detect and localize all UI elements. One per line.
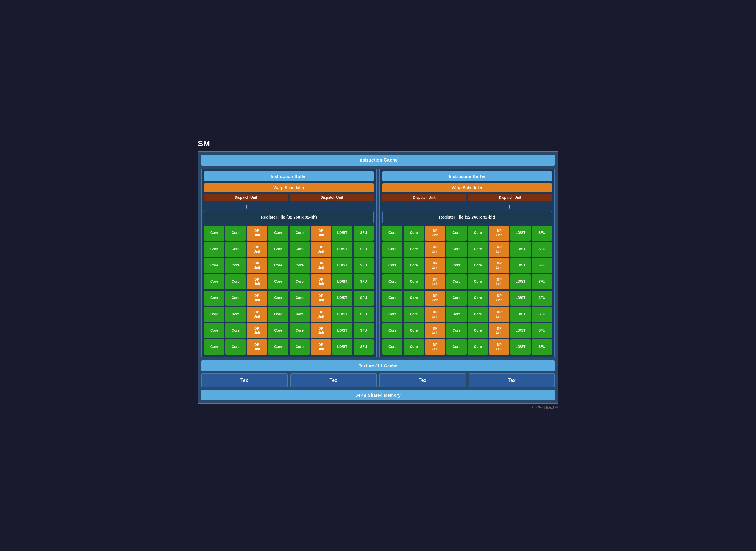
grid-cell: Core bbox=[268, 323, 288, 338]
grid-cell: Core bbox=[268, 242, 288, 257]
tex-box-3: Tex bbox=[379, 374, 466, 387]
grid-cell: Core bbox=[468, 323, 488, 338]
grid-cell: DPUnit bbox=[425, 340, 445, 355]
grid-cell: DPUnit bbox=[311, 307, 331, 322]
left-arrow-1: ↓ bbox=[245, 204, 248, 210]
right-dispatch-row: Dispatch Unit Dispatch Unit bbox=[382, 194, 552, 201]
left-dispatch-row: Dispatch Unit Dispatch Unit bbox=[204, 194, 374, 201]
grid-cell: SFU bbox=[354, 258, 374, 273]
grid-cell: DPUnit bbox=[425, 225, 445, 240]
grid-cell: Core bbox=[404, 225, 424, 240]
instruction-cache: Instruction Cache bbox=[201, 155, 555, 166]
grid-cell: DPUnit bbox=[247, 291, 267, 306]
grid-cell: Core bbox=[204, 258, 224, 273]
grid-cell: Core bbox=[468, 274, 488, 290]
grid-cell: Core bbox=[382, 340, 402, 355]
grid-cell: Core bbox=[204, 274, 224, 290]
grid-cell: Core bbox=[290, 225, 310, 240]
grid-cell: Core bbox=[446, 323, 466, 338]
grid-cell: DPUnit bbox=[425, 323, 445, 338]
grid-cell: DPUnit bbox=[247, 274, 267, 290]
grid-cell: Core bbox=[468, 340, 488, 355]
grid-cell: DPUnit bbox=[247, 225, 267, 240]
grid-cell: LD/ST bbox=[510, 307, 530, 322]
tex-row: Tex Tex Tex Tex bbox=[201, 374, 555, 387]
grid-cell: SFU bbox=[532, 274, 552, 290]
bottom-section: Texture / L1 Cache Tex Tex Tex Tex 64KB … bbox=[201, 360, 555, 401]
grid-cell: SFU bbox=[532, 242, 552, 257]
grid-cell: Core bbox=[204, 307, 224, 322]
grid-cell: DPUnit bbox=[489, 307, 509, 322]
grid-cell: Core bbox=[225, 291, 246, 306]
grid-cell: LD/ST bbox=[332, 274, 352, 290]
grid-cell: Core bbox=[225, 274, 246, 290]
grid-cell: DPUnit bbox=[425, 242, 445, 257]
grid-cell: Core bbox=[468, 291, 488, 306]
grid-cell: Core bbox=[225, 258, 246, 273]
grid-cell: DPUnit bbox=[311, 258, 331, 273]
grid-cell: Core bbox=[404, 242, 424, 257]
grid-cell: Core bbox=[404, 274, 424, 290]
grid-cell: SFU bbox=[354, 323, 374, 338]
grid-cell: SFU bbox=[532, 258, 552, 273]
grid-cell: SFU bbox=[354, 307, 374, 322]
grid-cell: Core bbox=[446, 258, 466, 273]
grid-cell: SFU bbox=[354, 242, 374, 257]
grid-cell: Core bbox=[268, 225, 288, 240]
grid-cell: Core bbox=[225, 225, 246, 240]
grid-cell: LD/ST bbox=[332, 225, 352, 240]
grid-cell: Core bbox=[404, 291, 424, 306]
grid-cell: LD/ST bbox=[510, 274, 530, 290]
left-cores-grid: CoreCoreDPUnitCoreCoreDPUnitLD/STSFUCore… bbox=[204, 225, 374, 355]
grid-cell: Core bbox=[446, 340, 466, 355]
grid-cell: Core bbox=[468, 225, 488, 240]
left-dispatch-unit-1: Dispatch Unit bbox=[204, 194, 288, 201]
grid-cell: Core bbox=[446, 242, 466, 257]
grid-cell: Core bbox=[225, 340, 246, 355]
grid-cell: Core bbox=[446, 225, 466, 240]
texture-l1-cache: Texture / L1 Cache bbox=[201, 360, 555, 371]
grid-cell: DPUnit bbox=[489, 291, 509, 306]
grid-cell: LD/ST bbox=[332, 291, 352, 306]
grid-cell: DPUnit bbox=[247, 307, 267, 322]
grid-cell: LD/ST bbox=[510, 242, 530, 257]
grid-cell: LD/ST bbox=[510, 340, 530, 355]
grid-cell: DPUnit bbox=[311, 323, 331, 338]
grid-cell: DPUnit bbox=[425, 258, 445, 273]
grid-cell: Core bbox=[268, 258, 288, 273]
grid-cell: DPUnit bbox=[247, 258, 267, 273]
grid-cell: Core bbox=[404, 323, 424, 338]
grid-cell: Core bbox=[268, 307, 288, 322]
grid-cell: Core bbox=[268, 340, 288, 355]
sm-label: SM bbox=[198, 139, 558, 148]
left-register-file: Register File (32,768 x 32-bit) bbox=[204, 211, 374, 223]
grid-cell: SFU bbox=[354, 291, 374, 306]
right-dispatch-unit-2: Dispatch Unit bbox=[468, 194, 552, 201]
right-dispatch-unit-1: Dispatch Unit bbox=[382, 194, 466, 201]
left-warp-scheduler: Warp Scheduler bbox=[204, 183, 374, 192]
grid-cell: Core bbox=[404, 307, 424, 322]
grid-cell: SFU bbox=[354, 274, 374, 290]
grid-cell: SFU bbox=[532, 307, 552, 322]
grid-cell: Core bbox=[204, 291, 224, 306]
grid-cell: Core bbox=[225, 307, 246, 322]
grid-cell: Core bbox=[268, 291, 288, 306]
grid-cell: Core bbox=[446, 307, 466, 322]
grid-cell: SFU bbox=[354, 225, 374, 240]
grid-cell: Core bbox=[382, 307, 402, 322]
right-arrows: ↓ ↓ bbox=[382, 204, 552, 210]
right-instruction-buffer: Instruction Buffer bbox=[382, 171, 552, 181]
left-instruction-buffer: Instruction Buffer bbox=[204, 171, 374, 181]
grid-cell: Core bbox=[382, 225, 402, 240]
grid-cell: SFU bbox=[532, 340, 552, 355]
grid-cell: LD/ST bbox=[510, 225, 530, 240]
grid-cell: SFU bbox=[532, 291, 552, 306]
tex-box-1: Tex bbox=[201, 374, 288, 387]
grid-cell: DPUnit bbox=[247, 340, 267, 355]
grid-cell: Core bbox=[468, 242, 488, 257]
grid-cell: Core bbox=[382, 291, 402, 306]
tex-box-2: Tex bbox=[291, 374, 377, 387]
grid-cell: DPUnit bbox=[425, 307, 445, 322]
shared-memory: 64KB Shared Memory bbox=[201, 390, 555, 401]
left-dispatch-unit-2: Dispatch Unit bbox=[290, 194, 374, 201]
